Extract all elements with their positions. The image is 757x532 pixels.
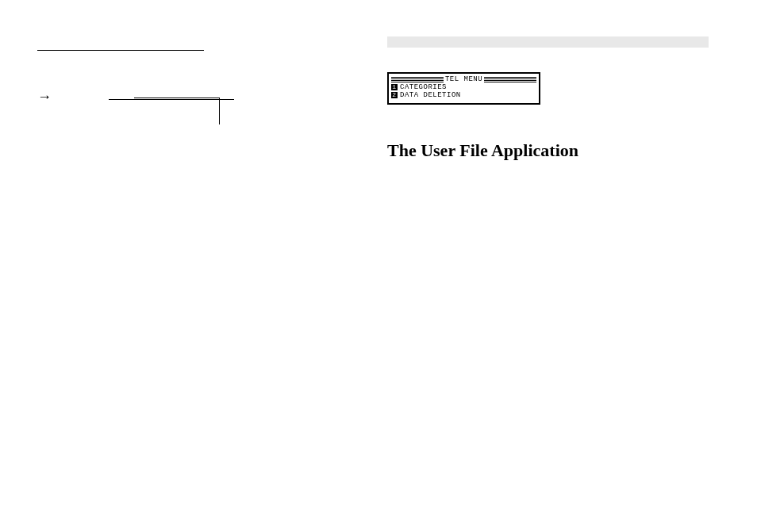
lcd-item-label: CATEGORIES	[400, 83, 447, 91]
lcd-item-label: DATA DELETION	[400, 91, 461, 99]
lcd-screen: TEL MENU 1 CATEGORIES 2 DATA DELETION	[387, 72, 540, 105]
lcd-bars-left	[391, 77, 444, 82]
arrow-icon: →	[37, 89, 52, 105]
lcd-item-number: 2	[391, 92, 398, 98]
bracket-line	[134, 98, 220, 124]
list-item: 2 DATA DELETION	[391, 91, 536, 99]
underline-line-1	[37, 40, 204, 51]
list-item: 1 CATEGORIES	[391, 83, 536, 91]
lcd-bars-right	[484, 77, 536, 82]
lcd-title: TEL MENU	[445, 75, 482, 83]
header-bar	[387, 36, 709, 48]
lcd-item-number: 1	[391, 84, 398, 90]
section-heading: The User File Application	[387, 140, 709, 161]
